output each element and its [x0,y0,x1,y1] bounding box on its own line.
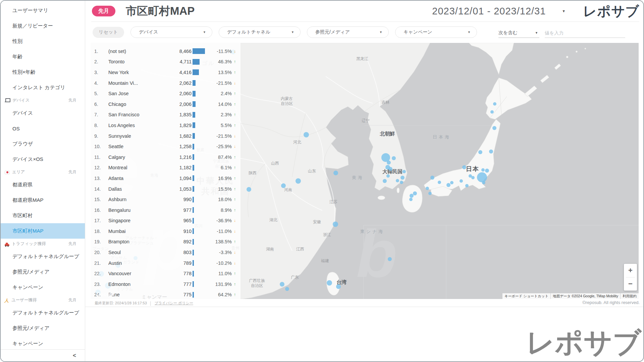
sidebar-item[interactable]: 年齢 [1,49,85,64]
sidebar-item[interactable]: デバイス [1,105,85,121]
table-row[interactable]: 9.Sunnyvale1,682-21.5%↓ [91,131,240,141]
sidebar-item[interactable]: 性別×年齢 [1,64,85,80]
city-marker[interactable] [477,172,487,182]
table-row[interactable]: 11.Calgary1,21687.4%↑ [91,152,240,163]
city-marker[interactable] [409,198,413,201]
sidebar-item[interactable]: キャンペーン [1,280,85,295]
city-marker[interactable] [490,110,494,114]
table-row[interactable]: 5.San Jose2,0602.4%↑ [91,88,240,99]
condition-select[interactable]: 次を含む ▼ [498,28,539,38]
city-marker[interactable] [430,176,434,180]
sidebar-item[interactable]: ブラウザ [1,136,85,152]
city-marker[interactable] [388,167,392,171]
city-marker[interactable] [400,181,403,184]
privacy-policy-link[interactable]: プライバシー ポリシー [155,301,193,306]
table-row[interactable]: 2.Toronto4,71146.3%↑ [91,57,240,67]
sidebar-item[interactable]: 参照元/メディア [1,264,85,280]
city-marker[interactable] [280,282,284,287]
value-input[interactable] [545,28,625,38]
sidebar-item[interactable]: 参照元/メディア [1,320,85,336]
table-row[interactable]: 12.Montreal1,1826.1%↑ [91,163,240,173]
city-marker[interactable] [462,165,466,169]
sidebar-item-active[interactable]: 市区町村MAP [1,223,85,239]
city-marker[interactable] [489,149,493,154]
city-marker[interactable] [446,183,450,187]
city-marker[interactable] [485,169,489,173]
sidebar-item[interactable]: 性別 [1,34,85,49]
city-marker[interactable] [478,150,482,154]
sidebar-item[interactable]: 都道府県MAP [1,192,85,208]
city-marker[interactable] [386,174,390,178]
city-marker[interactable] [460,179,463,183]
sidebar-item[interactable]: ユーザーサマリ [1,3,85,18]
filter-dropdown-label: キャンペーン [404,29,432,35]
table-row[interactable]: 15.Ashburn99018.0%↑ [91,194,240,205]
city-marker[interactable] [402,170,406,173]
zoom-out-button[interactable]: − [624,278,637,291]
city-marker[interactable] [493,102,496,106]
sidebar-item[interactable]: インタレスト カテゴリ [1,80,85,95]
terms-link[interactable]: 利用規約 [621,293,639,299]
city-marker[interactable] [247,187,251,192]
city-marker[interactable] [387,161,391,165]
city-marker[interactable] [296,178,301,184]
table-row[interactable]: 4.Mountain Vi...2,062-21.5%↓ [91,78,240,88]
city-marker[interactable] [426,187,429,190]
city-marker[interactable] [481,168,485,172]
city-marker[interactable] [392,156,396,160]
city-marker[interactable] [465,184,469,187]
city-marker[interactable] [336,284,341,289]
city-marker[interactable] [383,179,387,183]
city-marker[interactable] [281,183,286,188]
sidebar-item[interactable]: 市区町村 [1,208,85,223]
table-row[interactable]: 20.Seoul803-3.3%↓ [91,247,240,258]
city-marker[interactable] [333,171,338,175]
city-marker[interactable] [400,176,405,180]
table-row[interactable]: 1.(not set)8,466-11.5%↓ [91,46,240,57]
table-row[interactable]: 16.Bengaluru9778.9%↑ [91,205,240,216]
sidebar-item[interactable]: OS [1,121,85,136]
filter-dropdown[interactable]: デフォルトチャネル▼ [219,26,301,38]
city-marker[interactable] [450,181,453,184]
keyboard-shortcuts-link[interactable]: キーボード ショートカット [502,293,550,299]
date-range-picker[interactable]: 2023/12/01 - 2023/12/31 ▼ [432,6,566,17]
city-marker[interactable] [396,179,399,182]
zoom-in-button[interactable]: + [624,264,637,277]
table-row[interactable]: 14.Dallas1,05315.5%↑ [91,184,240,194]
filter-dropdown[interactable]: 参照元/メディア▼ [307,26,389,38]
table-row[interactable]: 6.Chicago2,00614.0%↑ [91,99,240,110]
city-marker[interactable] [327,280,332,286]
table-row[interactable]: 22.Vancouver77811.0%↑ [91,268,240,279]
city-marker[interactable] [428,192,432,195]
sidebar-item[interactable]: デバイス×OS [1,152,85,167]
map[interactable]: 黑龙江吉林辽宁内蒙古 自治区モンゴル北朝鮮日本海黄海河北山西陕西山东大韓民国日本… [91,43,639,299]
sidebar-item[interactable]: デフォルトチャネルグループ [1,249,85,264]
city-marker[interactable] [410,194,414,198]
table-row[interactable]: 18.Mumbai910-11.0%↓ [91,226,240,237]
city-marker[interactable] [333,222,338,227]
city-marker[interactable] [482,181,485,184]
table-row[interactable]: 8.Los Angeles1,8295.5%↑ [91,120,240,131]
table-row[interactable]: 17.Singapore965-36.9%↓ [91,216,240,226]
table-row[interactable]: 7.San Francisco1,8352.3%↑ [91,110,240,120]
table-row[interactable]: 13.Atlanta1,09416.9%↑ [91,173,240,184]
sidebar-item[interactable]: デフォルトチャネルグループ [1,305,85,320]
collapse-sidebar-icon[interactable]: < [73,352,76,359]
filter-dropdown[interactable]: デバイス▼ [130,26,212,38]
city-marker[interactable] [492,126,496,130]
table-row[interactable]: 10.Seattle1,258-25.9%↓ [91,141,240,152]
sidebar-item[interactable]: 新規／リピーター [1,18,85,34]
city-marker[interactable] [304,132,309,137]
sidebar-item[interactable]: 都道府県 [1,177,85,192]
filter-dropdown[interactable]: キャンペーン▼ [395,26,477,38]
city-marker[interactable] [285,287,289,291]
table-row[interactable]: 19.Brampton892138.5%↑ [91,237,240,247]
table-row[interactable]: 21.Austin789-10.2%↓ [91,258,240,268]
city-marker[interactable] [388,257,392,261]
city-marker[interactable] [471,176,475,179]
city-marker[interactable] [438,181,441,184]
table-row[interactable]: 3.New York4,41613.5%↑ [91,67,240,78]
reset-button[interactable]: リセット [93,27,124,38]
city-marker[interactable] [413,191,417,195]
table-row[interactable]: 23.Edmonton777131.9%↑ [91,279,240,290]
